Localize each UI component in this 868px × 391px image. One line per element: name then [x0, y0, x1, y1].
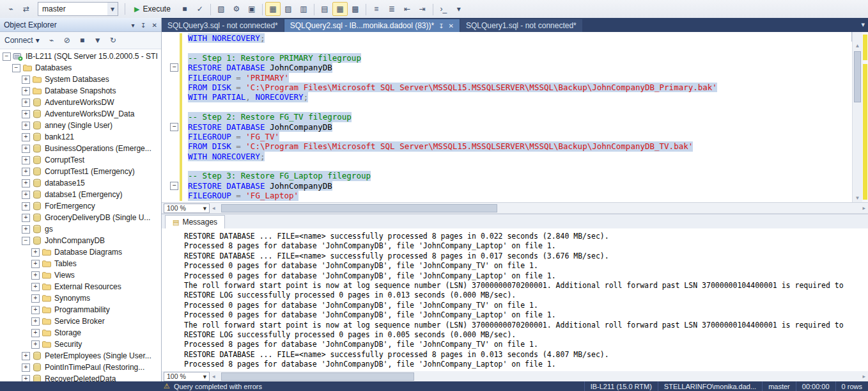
expand-icon[interactable]: + [31, 340, 40, 349]
connect-button[interactable]: Connect ▾ [4, 36, 40, 45]
scroll-right-icon[interactable]: ▸ [862, 205, 865, 211]
messages-horizontal-scrollbar[interactable]: ◂ ▸ [210, 371, 868, 381]
expand-icon[interactable]: + [31, 329, 40, 337]
tree-item-tables[interactable]: +Tables [0, 258, 161, 269]
expand-icon[interactable]: + [31, 306, 40, 314]
expand-icon[interactable]: + [22, 99, 30, 107]
available-databases-combo[interactable]: master ▾ [38, 2, 118, 16]
increase-indent-icon[interactable]: ⇥ [415, 2, 430, 16]
expand-icon[interactable]: + [22, 156, 30, 164]
uncomment-selection-icon[interactable]: ≣ [384, 2, 399, 16]
collapse-region-icon[interactable]: − [170, 182, 178, 190]
tree-item-security[interactable]: +Security [0, 339, 161, 350]
expand-icon[interactable]: + [22, 225, 30, 234]
window-options-icon[interactable]: ▾ [132, 22, 135, 29]
connect-server-icon[interactable]: ⌁ [44, 33, 59, 47]
expand-icon[interactable]: + [22, 191, 30, 199]
tree-item-service-broker[interactable]: +Service Broker [0, 315, 161, 327]
comment-selection-icon[interactable]: ≡ [369, 2, 384, 16]
tree-item-databases[interactable]: −Databases [0, 62, 161, 74]
expand-icon[interactable]: + [22, 179, 30, 188]
tree-item-peteremployees-single-user[interactable]: +PeterEmployees (Single User... [0, 350, 161, 362]
results-to-grid-icon[interactable]: ▦ [332, 2, 348, 16]
tree-item-adventureworksdw-data[interactable]: +AdventureWorksDW_Data [0, 108, 161, 120]
expand-icon[interactable]: + [22, 76, 30, 84]
sql-code[interactable]: WITH NORECOVERY;-- Step 1: Restore PRIMA… [162, 33, 851, 201]
expand-icon[interactable]: + [22, 363, 30, 372]
display-estimated-plan-icon[interactable]: ▧ [213, 2, 229, 16]
tree-item-grocerydeliverydb-single-u[interactable]: +GroceryDeliveryDB (Single U... [0, 212, 161, 223]
expand-icon[interactable]: + [22, 122, 30, 130]
pin-icon[interactable]: ↧ [141, 22, 146, 29]
collapse-icon[interactable]: − [3, 52, 11, 61]
expand-icon[interactable]: + [31, 294, 40, 303]
stop-icon[interactable]: ■ [75, 33, 90, 47]
tree-item-johncompanydb[interactable]: −JohnCompanyDB [0, 235, 161, 246]
tree-item-anney-single-user[interactable]: +anney (Single User) [0, 120, 161, 131]
chevron-down-icon[interactable]: ▾ [107, 3, 118, 15]
expand-icon[interactable]: + [22, 202, 30, 211]
expand-icon[interactable]: + [22, 168, 30, 176]
editor-zoom-select[interactable]: 100 % ▾ [164, 203, 210, 213]
expand-icon[interactable]: + [31, 271, 40, 280]
include-actual-plan-icon[interactable]: ▦ [265, 2, 281, 16]
messages-zoom-select[interactable]: 100 % ▾ [164, 372, 210, 381]
tree-item-database-diagrams[interactable]: +Database Diagrams [0, 246, 161, 258]
change-connection-icon[interactable]: ⇄ [19, 2, 34, 16]
scroll-right-icon[interactable]: ▸ [862, 373, 865, 379]
toolbar-overflow-icon[interactable]: ▾ [451, 2, 467, 16]
tab-sqlquery2-sql-ib-monika-dadool-83[interactable]: SQLQuery2.sql - IB...monika.dadool (83))… [284, 19, 460, 32]
expand-icon[interactable]: + [31, 283, 40, 291]
expand-icon[interactable]: + [31, 317, 40, 326]
tree-item-programmability[interactable]: +Programmability [0, 304, 161, 315]
tree-item-bank121[interactable]: +bank121 [0, 131, 161, 143]
tree-item-views[interactable]: +Views [0, 269, 161, 281]
refresh-icon[interactable]: ↻ [105, 33, 121, 47]
scroll-left-icon[interactable]: ◂ [212, 205, 215, 211]
results-to-file-icon[interactable]: ▩ [348, 2, 363, 16]
editor-vertical-scrollbar[interactable]: ▲ ▼ [852, 32, 862, 202]
tab-sqlquery3-sql-not-connected[interactable]: SQLQuery3.sql - not connected* [162, 19, 284, 32]
expand-icon[interactable]: + [22, 110, 30, 118]
sqlcmd-mode-icon[interactable]: ›_ [436, 2, 451, 16]
sql-editor[interactable]: WITH NORECOVERY;-- Step 1: Restore PRIMA… [162, 32, 868, 203]
tree-item-recoverdeleteddata[interactable]: +RecoverDeletedData [0, 373, 161, 381]
scroll-down-icon[interactable]: ▼ [853, 193, 862, 202]
collapse-region-icon[interactable]: − [170, 63, 178, 72]
connect-icon[interactable]: ⌁ [3, 2, 19, 16]
disconnect-server-icon[interactable]: ⊘ [59, 33, 75, 47]
expand-icon[interactable]: + [22, 214, 30, 222]
expand-icon[interactable]: + [22, 145, 30, 153]
active-files-dropdown-icon[interactable]: ▾ [861, 20, 865, 29]
filter-icon[interactable]: ▼ [90, 33, 105, 47]
pin-icon[interactable]: ↧ [438, 22, 444, 29]
close-icon[interactable]: ✕ [449, 22, 454, 29]
tree-item-database15[interactable]: +database15 [0, 177, 161, 189]
collapse-icon[interactable]: − [12, 64, 20, 72]
tree-item-adventureworksdw[interactable]: +AdventureWorksDW [0, 97, 161, 108]
expand-icon[interactable]: + [22, 87, 30, 95]
tree-item-databse1-emergency[interactable]: +databse1 (Emergency) [0, 189, 161, 200]
tree-item-gs[interactable]: +gs [0, 223, 161, 235]
tree-item-corrupttest[interactable]: +CorruptTest [0, 154, 161, 166]
editor-hscroll-thumb[interactable] [221, 204, 497, 212]
tree-item-storage[interactable]: +Storage [0, 327, 161, 339]
messages-output[interactable]: RESTORE DATABASE ... FILE=<name> success… [162, 228, 868, 371]
cancel-query-icon[interactable]: ■ [177, 2, 192, 16]
tab-sqlquery1-sql-not-connected[interactable]: SQLQuery1.sql - not connected* [460, 19, 582, 32]
scroll-up-icon[interactable]: ▲ [853, 41, 862, 50]
messages-hscroll-thumb[interactable] [221, 372, 414, 381]
collapse-region-icon[interactable]: − [170, 123, 178, 131]
expand-icon[interactable]: + [31, 248, 40, 257]
execute-button[interactable]: ▶ Execute [129, 2, 176, 16]
tree-item-synonyms[interactable]: +Synonyms [0, 292, 161, 304]
parse-query-icon[interactable]: ✓ [192, 2, 208, 16]
tree-item-external-resources[interactable]: +External Resources [0, 281, 161, 292]
query-options-icon[interactable]: ⚙ [229, 2, 244, 16]
editor-horizontal-scrollbar[interactable]: ◂ ▸ [210, 203, 868, 213]
collapse-icon[interactable]: − [22, 237, 30, 245]
results-to-text-icon[interactable]: ▤ [317, 2, 332, 16]
expand-icon[interactable]: + [22, 352, 30, 360]
tab-messages[interactable]: ▤ Messages [165, 215, 225, 228]
intellisense-enabled-icon[interactable]: ▣ [244, 2, 260, 16]
